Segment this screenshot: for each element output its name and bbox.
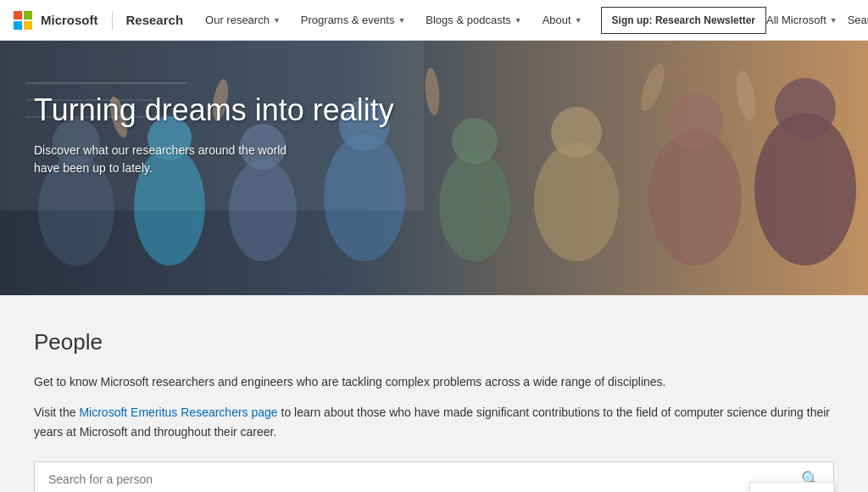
- blogs-podcasts-label: Blogs & podcasts: [426, 14, 510, 26]
- nav-item-our-research[interactable]: Our research ▼: [197, 0, 289, 41]
- chevron-down-icon: ▼: [515, 16, 522, 25]
- logo-red: [14, 11, 22, 20]
- logo-green: [24, 11, 32, 20]
- logo-area[interactable]: Microsoft: [14, 11, 113, 30]
- all-microsoft-label: All Microsoft: [766, 14, 826, 26]
- chevron-down-icon: ▼: [830, 16, 837, 25]
- nav-menu: Our research ▼ Programs & events ▼ Blogs…: [197, 0, 766, 41]
- our-research-label: Our research: [205, 14, 270, 26]
- person-search-box[interactable]: 🔍: [34, 461, 834, 492]
- microsoft-wordmark: Microsoft: [41, 13, 98, 27]
- logo-blue: [14, 21, 22, 30]
- signup-newsletter-button[interactable]: Sign up: Research Newsletter: [601, 7, 766, 34]
- nav-right: All Microsoft ▼ Search 🔍: [766, 12, 868, 28]
- people-section-title: People: [34, 329, 834, 355]
- lang-option-francais[interactable]: Français: [750, 483, 833, 492]
- nav-item-about[interactable]: About ▼: [534, 0, 591, 41]
- research-brand: Research: [126, 13, 184, 27]
- chevron-down-icon: ▼: [398, 16, 405, 25]
- hero-content: Turning dreams into reality Discover wha…: [0, 41, 868, 177]
- nav-cta-wrapper: Sign up: Research Newsletter: [601, 7, 766, 34]
- search-input[interactable]: [48, 462, 796, 492]
- logo-yellow: [24, 21, 32, 30]
- search-label: Search: [848, 14, 868, 26]
- programs-events-label: Programs & events: [301, 14, 395, 26]
- nav-search[interactable]: Search 🔍: [848, 12, 868, 28]
- chevron-down-icon: ▼: [575, 16, 582, 25]
- emeritus-link[interactable]: Microsoft Emeritus Researchers page: [79, 405, 277, 419]
- chevron-down-icon: ▼: [273, 16, 281, 25]
- desc2-before: Visit the: [34, 405, 79, 419]
- navbar: Microsoft Research Our research ▼ Progra…: [0, 0, 868, 41]
- people-desc2: Visit the Microsoft Emeritus Researchers…: [34, 403, 834, 441]
- hero-title: Turning dreams into reality: [34, 92, 834, 128]
- microsoft-logo-icon: [14, 11, 32, 30]
- language-dropdown: Français English: [749, 482, 834, 492]
- hero-subtitle: Discover what our researchers around the…: [34, 142, 305, 177]
- hero-section: Turning dreams into reality Discover wha…: [0, 41, 868, 295]
- about-label: About: [542, 14, 571, 26]
- people-desc1: Get to know Microsoft researchers and en…: [34, 372, 834, 391]
- main-content: People Get to know Microsoft researchers…: [0, 295, 868, 492]
- nav-item-blogs-podcasts[interactable]: Blogs & podcasts ▼: [417, 0, 530, 41]
- nav-item-programs-events[interactable]: Programs & events ▼: [292, 0, 414, 41]
- all-microsoft-menu[interactable]: All Microsoft ▼: [766, 14, 837, 26]
